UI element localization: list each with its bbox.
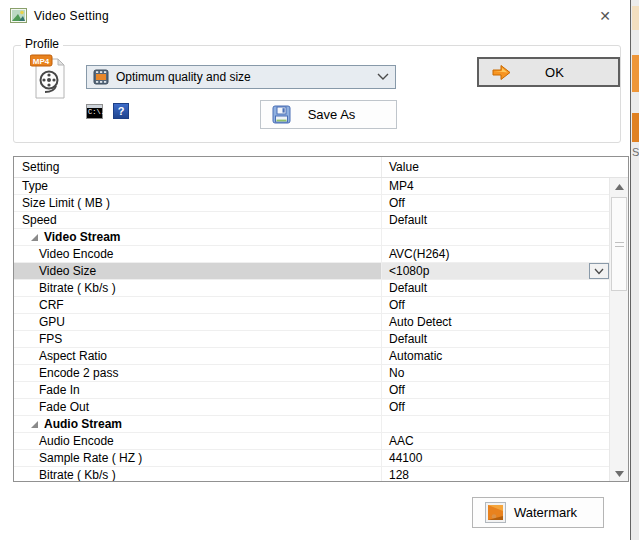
table-row[interactable]: CRF Off <box>14 297 609 314</box>
scroll-up-icon <box>615 184 624 190</box>
value-cell: Auto Detect <box>382 314 609 330</box>
watermark-image-icon <box>485 502 506 523</box>
setting-label: Size Limit ( MB ) <box>22 196 110 210</box>
video-setting-dialog: Video Setting ✕ Profile MP4 Optim <box>0 0 631 540</box>
scroll-down-icon <box>615 471 624 477</box>
setting-value: Default <box>389 281 427 295</box>
thumb-grip <box>615 246 624 247</box>
table-row[interactable]: GPU Auto Detect <box>14 314 609 331</box>
setting-value: 44100 <box>389 451 422 465</box>
setting-cell: Audio Stream <box>14 416 382 432</box>
ok-button[interactable]: OK <box>477 57 620 87</box>
setting-label: Bitrate ( Kb/s ) <box>39 281 116 295</box>
table-row[interactable]: Speed Default <box>14 212 609 229</box>
setting-cell: Video Size <box>14 263 382 279</box>
command-prompt-icon[interactable]: C:\. <box>86 104 103 119</box>
indent-spacer <box>14 271 39 272</box>
table-row[interactable]: Audio Encode AAC <box>14 433 609 450</box>
help-icon[interactable]: ? <box>113 103 129 119</box>
background-fragment <box>632 55 639 92</box>
setting-cell: FPS <box>14 331 382 347</box>
value-cell: Off <box>382 297 609 313</box>
table-row[interactable]: Aspect Ratio Automatic <box>14 348 609 365</box>
background-partial-text: S <box>632 146 639 158</box>
setting-label: Encode 2 pass <box>39 366 118 380</box>
setting-cell: CRF <box>14 297 382 313</box>
setting-cell: Bitrate ( Kb/s ) <box>14 280 382 296</box>
scrollbar-thumb[interactable] <box>611 197 627 291</box>
table-row[interactable]: Encode 2 pass No <box>14 365 609 382</box>
indent-spacer <box>14 237 22 238</box>
close-button[interactable]: ✕ <box>586 2 624 29</box>
column-header-setting[interactable]: Setting <box>14 157 382 177</box>
indent-spacer <box>14 356 39 357</box>
setting-value: <1080p <box>389 264 429 278</box>
setting-value: Automatic <box>389 349 442 363</box>
setting-label: Fade Out <box>39 400 89 414</box>
table-row[interactable]: Bitrate ( Kb/s ) Default <box>14 280 609 297</box>
table-row[interactable]: Video Stream <box>14 229 609 246</box>
value-cell: 44100 <box>382 450 609 466</box>
setting-cell: Sample Rate ( HZ ) <box>14 450 382 466</box>
mp4-file-icon: MP4 <box>30 54 70 100</box>
value-cell: MP4 <box>382 178 609 194</box>
expand-triangle-icon[interactable] <box>30 420 39 429</box>
scroll-up-button[interactable] <box>610 178 629 195</box>
table-row[interactable]: Sample Rate ( HZ ) 44100 <box>14 450 609 467</box>
setting-label: Video Stream <box>44 230 120 244</box>
watermark-button[interactable]: Watermark <box>472 497 604 528</box>
profile-group-label: Profile <box>21 37 63 51</box>
setting-cell: Type <box>14 178 382 194</box>
setting-label: Sample Rate ( HZ ) <box>39 451 142 465</box>
app-image-icon <box>10 8 27 23</box>
indent-spacer <box>14 424 22 425</box>
profile-preset-combobox[interactable]: Optimum quality and size <box>86 65 396 89</box>
setting-cell: Bitrate ( Kb/s ) <box>14 467 382 482</box>
table-row[interactable]: Bitrate ( Kb/s ) 128 <box>14 467 609 482</box>
setting-value: MP4 <box>389 179 414 193</box>
setting-cell: Audio Encode <box>14 433 382 449</box>
vertical-scrollbar[interactable] <box>609 178 628 482</box>
setting-cell: Encode 2 pass <box>14 365 382 381</box>
indent-spacer <box>14 186 22 187</box>
table-row[interactable]: Audio Stream <box>14 416 609 433</box>
setting-label: Audio Stream <box>44 417 122 431</box>
setting-label: Aspect Ratio <box>39 349 107 363</box>
indent-spacer <box>14 288 39 289</box>
background-fragment <box>632 6 639 30</box>
setting-value: Auto Detect <box>389 315 452 329</box>
save-as-button[interactable]: Save As <box>260 100 397 129</box>
column-header-value[interactable]: Value <box>382 157 628 177</box>
cmd-icon-text: C:\. <box>87 108 102 117</box>
settings-rows: Type MP4 Size Limit ( MB ) Off Speed Def… <box>14 178 609 482</box>
setting-value: Off <box>389 383 405 397</box>
indent-spacer <box>14 305 39 306</box>
table-row[interactable]: Size Limit ( MB ) Off <box>14 195 609 212</box>
table-row[interactable]: Fade Out Off <box>14 399 609 416</box>
indent-spacer <box>14 339 39 340</box>
expand-triangle-icon[interactable] <box>30 233 39 242</box>
setting-cell: Size Limit ( MB ) <box>14 195 382 211</box>
setting-cell: Fade Out <box>14 399 382 415</box>
table-row[interactable]: Video Size <1080p <box>14 263 609 280</box>
background-fragment <box>632 113 639 142</box>
scroll-down-button[interactable] <box>610 465 629 482</box>
thumb-grip <box>615 242 624 243</box>
value-cell <box>382 229 609 245</box>
setting-value: AAC <box>389 434 414 448</box>
setting-value: No <box>389 366 404 380</box>
table-header: Setting Value <box>14 157 628 178</box>
setting-cell: Video Encode <box>14 246 382 262</box>
table-row[interactable]: FPS Default <box>14 331 609 348</box>
setting-label: Video Encode <box>39 247 114 261</box>
table-row[interactable]: Fade In Off <box>14 382 609 399</box>
setting-cell: Video Stream <box>14 229 382 245</box>
setting-value: Off <box>389 400 405 414</box>
indent-spacer <box>14 203 22 204</box>
window-title: Video Setting <box>34 9 109 23</box>
setting-value: Default <box>389 332 427 346</box>
value-dropdown-button[interactable] <box>589 263 609 279</box>
table-row[interactable]: Video Encode AVC(H264) <box>14 246 609 263</box>
table-row[interactable]: Type MP4 <box>14 178 609 195</box>
indent-spacer <box>14 220 22 221</box>
